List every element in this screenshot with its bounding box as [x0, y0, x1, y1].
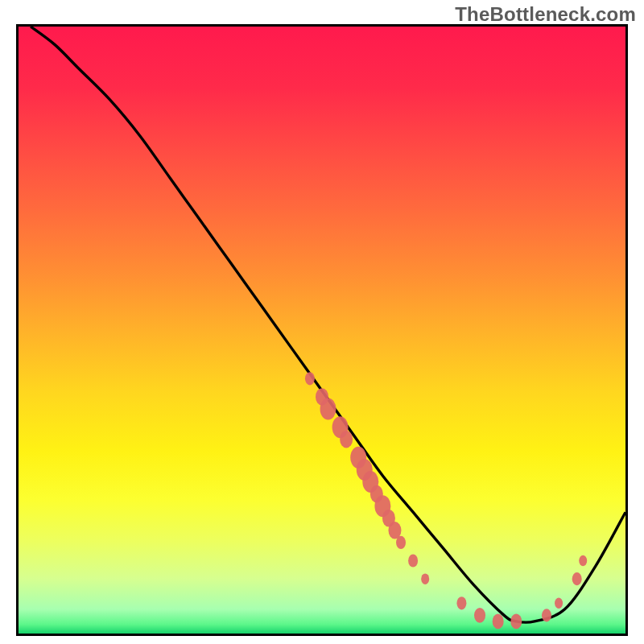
sample-points — [305, 372, 587, 629]
sample-point — [474, 608, 485, 623]
watermark-text: TheBottleneck.com — [455, 3, 636, 26]
sample-point — [396, 536, 406, 549]
sample-point — [510, 613, 522, 629]
sample-point — [408, 554, 418, 567]
chart-container: TheBottleneck.com — [0, 0, 644, 644]
sample-point — [579, 555, 587, 567]
sample-point — [542, 609, 551, 621]
sample-point — [320, 398, 336, 420]
chart-svg — [19, 27, 625, 634]
sample-point — [493, 613, 504, 629]
sample-point — [572, 572, 582, 585]
plot-area — [19, 27, 625, 634]
sample-point — [421, 573, 429, 584]
sample-point — [305, 372, 315, 385]
bottleneck-curve — [31, 27, 625, 622]
plot-frame — [16, 24, 628, 636]
sample-point — [456, 597, 466, 609]
sample-point — [340, 431, 353, 448]
sample-point — [555, 598, 563, 609]
